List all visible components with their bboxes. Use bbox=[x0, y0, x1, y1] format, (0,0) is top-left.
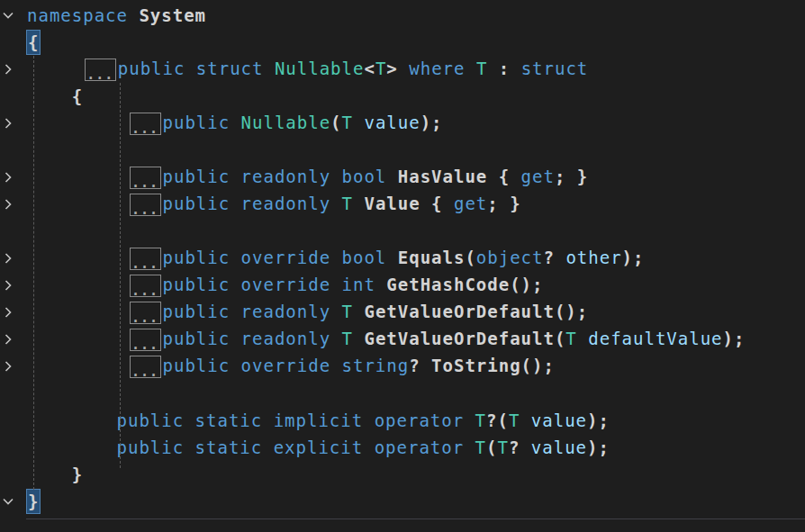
token: public bbox=[117, 410, 195, 430]
gutter-spacer bbox=[0, 461, 27, 488]
code-line[interactable]: { bbox=[0, 83, 805, 110]
fold-chevron-collapsed-icon[interactable] bbox=[0, 110, 27, 137]
line-content: { bbox=[27, 86, 83, 106]
fold-chevron-collapsed-icon[interactable] bbox=[0, 299, 27, 326]
line-content: ...public readonly bool HasValue { get; … bbox=[27, 167, 588, 189]
token: public bbox=[163, 356, 241, 375]
token: string bbox=[342, 356, 410, 375]
token: Value bbox=[364, 194, 420, 213]
token: other bbox=[565, 248, 621, 267]
code-line[interactable]: public static explicit operator T(T? val… bbox=[0, 434, 805, 461]
indent-whitespace bbox=[27, 248, 117, 267]
token bbox=[398, 59, 409, 78]
token: ( bbox=[486, 437, 497, 457]
token: public bbox=[117, 437, 195, 457]
code-line[interactable] bbox=[0, 218, 805, 245]
line-content: } bbox=[27, 491, 40, 511]
code-line[interactable]: } bbox=[0, 461, 805, 488]
fold-chevron-collapsed-icon[interactable] bbox=[0, 326, 27, 353]
code-line[interactable]: ...public readonly T GetValueOrDefault()… bbox=[0, 299, 805, 326]
token: ? bbox=[409, 356, 431, 375]
fold-chevron-collapsed-icon[interactable] bbox=[0, 353, 27, 380]
token: defaultValue bbox=[588, 329, 722, 348]
fold-chevron-collapsed-icon[interactable] bbox=[0, 272, 27, 299]
token: T bbox=[497, 437, 508, 457]
indent-whitespace bbox=[27, 275, 117, 294]
code-area: namespace System{ ...public struct Nulla… bbox=[0, 0, 805, 515]
code-line[interactable] bbox=[0, 380, 805, 407]
folded-code-box[interactable]: ... bbox=[130, 329, 161, 351]
token: public bbox=[163, 248, 241, 267]
fold-chevron-collapsed-icon[interactable] bbox=[0, 164, 27, 191]
indent-whitespace bbox=[27, 356, 117, 375]
folded-code-box[interactable]: ... bbox=[130, 113, 161, 135]
token: public bbox=[163, 329, 241, 348]
line-content: ...public readonly T GetValueOrDefault(T… bbox=[27, 329, 745, 351]
indent-whitespace bbox=[27, 194, 117, 213]
token: readonly bbox=[241, 194, 342, 213]
code-line[interactable]: ...public readonly bool HasValue { get; … bbox=[0, 164, 805, 191]
gutter-spacer bbox=[0, 434, 27, 461]
token: T bbox=[375, 59, 386, 78]
token: ); bbox=[587, 410, 610, 430]
code-line[interactable]: ...public override int GetHashCode(); bbox=[0, 272, 805, 299]
token: T bbox=[475, 410, 486, 430]
code-editor: namespace System{ ...public struct Nulla… bbox=[0, 0, 805, 532]
token: T bbox=[342, 113, 365, 132]
fold-chevron-collapsed-icon[interactable] bbox=[0, 191, 27, 218]
token: GetValueOrDefault bbox=[364, 302, 554, 321]
token: value bbox=[531, 437, 587, 457]
folded-code-box[interactable]: ... bbox=[130, 275, 161, 297]
token: { bbox=[421, 194, 454, 213]
token: ; } bbox=[555, 167, 588, 186]
folded-code-box[interactable]: ... bbox=[130, 356, 161, 378]
code-line[interactable]: ...public override string? ToString(); bbox=[0, 353, 805, 380]
token: } bbox=[72, 464, 83, 484]
bracket-highlight: } bbox=[27, 490, 40, 513]
folded-code-box[interactable]: ... bbox=[85, 59, 116, 81]
token: readonly bbox=[241, 329, 342, 348]
editor-bottom-divider bbox=[26, 518, 805, 519]
code-line[interactable] bbox=[0, 137, 805, 164]
token: value bbox=[364, 113, 420, 132]
token: override bbox=[241, 356, 342, 375]
line-content: namespace System bbox=[27, 5, 206, 25]
token: public bbox=[163, 302, 241, 321]
line-content: { bbox=[27, 32, 40, 52]
line-content: } bbox=[27, 464, 83, 484]
code-line[interactable]: ...public Nullable(T value); bbox=[0, 110, 805, 137]
code-line[interactable]: ...public readonly T GetValueOrDefault(T… bbox=[0, 326, 805, 353]
code-line[interactable]: } bbox=[0, 488, 805, 515]
folded-code-box[interactable]: ... bbox=[130, 167, 161, 189]
fold-chevron-expanded-icon[interactable] bbox=[0, 2, 27, 29]
code-line[interactable]: { bbox=[0, 29, 805, 56]
fold-chevron-collapsed-icon[interactable] bbox=[0, 56, 27, 83]
code-line[interactable]: public static implicit operator T?(T val… bbox=[0, 407, 805, 434]
code-line[interactable]: namespace System bbox=[0, 2, 805, 29]
line-content: ...public readonly T Value { get; } bbox=[27, 194, 521, 216]
gutter-spacer bbox=[0, 407, 27, 434]
token: T bbox=[565, 329, 588, 348]
token: Equals bbox=[398, 248, 466, 267]
fold-chevron-expanded-icon[interactable] bbox=[0, 488, 27, 515]
indent-whitespace bbox=[27, 86, 72, 106]
token: ); bbox=[622, 248, 645, 267]
code-line[interactable]: ...public struct Nullable<T> where T : s… bbox=[0, 56, 805, 83]
token: { bbox=[72, 86, 83, 106]
line-content: ...public override string? ToString(); bbox=[27, 356, 555, 378]
code-line[interactable]: ...public override bool Equals(object? o… bbox=[0, 245, 805, 272]
folded-code-box[interactable]: ... bbox=[130, 248, 161, 270]
code-line[interactable]: ...public readonly T Value { get; } bbox=[0, 191, 805, 218]
fold-chevron-collapsed-icon[interactable] bbox=[0, 245, 27, 272]
bracket-highlight: { bbox=[27, 31, 40, 54]
token: ?( bbox=[486, 410, 509, 430]
token: ( bbox=[330, 113, 341, 132]
indent-whitespace bbox=[27, 464, 72, 484]
token: (); bbox=[510, 275, 543, 294]
token: T bbox=[342, 329, 365, 348]
token: System bbox=[139, 5, 206, 25]
folded-code-box[interactable]: ... bbox=[130, 302, 161, 324]
folded-code-box[interactable]: ... bbox=[130, 194, 161, 216]
token: public bbox=[163, 194, 241, 213]
token: HasValue bbox=[398, 167, 488, 186]
